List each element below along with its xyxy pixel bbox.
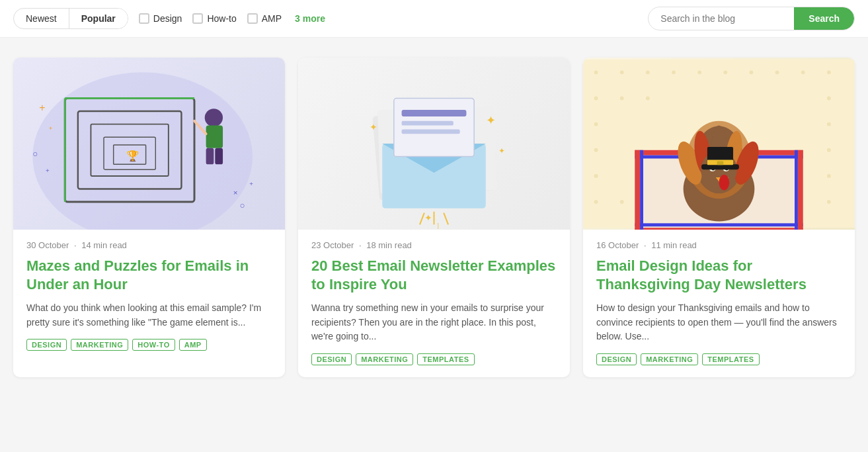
search-input[interactable] bbox=[649, 7, 794, 30]
card-1-tag-amp[interactable]: AMP bbox=[179, 339, 207, 351]
svg-rect-68 bbox=[798, 150, 803, 230]
svg-point-60 bbox=[827, 200, 831, 204]
filter-design[interactable]: Design bbox=[139, 13, 182, 24]
svg-rect-88 bbox=[717, 161, 724, 165]
card-2-tags: DESIGN MARKETING TEMPLATES bbox=[311, 353, 557, 365]
card-1: 🏆 + + ○ + × + ○ 30 October · bbox=[13, 58, 285, 377]
filter-howto-checkbox[interactable] bbox=[192, 13, 203, 24]
svg-rect-10 bbox=[206, 126, 223, 148]
svg-point-48 bbox=[594, 97, 598, 101]
tab-group: Newest Popular bbox=[13, 8, 128, 29]
svg-point-57 bbox=[827, 174, 831, 178]
card-3: 16 October · 11 min read Email Design Id… bbox=[583, 58, 855, 377]
svg-rect-64 bbox=[635, 228, 803, 230]
card-3-tags: DESIGN MARKETING TEMPLATES bbox=[596, 353, 842, 365]
svg-point-47 bbox=[827, 70, 831, 74]
svg-point-56 bbox=[594, 174, 598, 178]
card-1-excerpt: What do you think when looking at this e… bbox=[26, 301, 272, 330]
card-2-dot: · bbox=[359, 240, 362, 250]
svg-rect-86 bbox=[701, 164, 739, 169]
svg-point-40 bbox=[646, 70, 650, 74]
card-2-body: 23 October · 18 min read 20 Best Email N… bbox=[298, 230, 570, 377]
card-2-tag-templates[interactable]: TEMPLATES bbox=[417, 353, 474, 365]
svg-point-43 bbox=[723, 70, 727, 74]
svg-rect-28 bbox=[402, 129, 460, 134]
card-1-title[interactable]: Mazes and Puzzles for Emails in Under an… bbox=[26, 257, 272, 293]
svg-text:✦: ✦ bbox=[370, 122, 377, 132]
card-1-tag-marketing[interactable]: MARKETING bbox=[71, 339, 128, 351]
svg-point-58 bbox=[594, 200, 598, 204]
filter-amp-checkbox[interactable] bbox=[247, 13, 258, 24]
card-2-image: ✦ ✦ ✦ ✦ | bbox=[298, 58, 570, 230]
svg-point-51 bbox=[827, 97, 831, 101]
svg-point-9 bbox=[205, 109, 223, 126]
svg-point-42 bbox=[697, 70, 701, 74]
svg-line-36 bbox=[444, 213, 448, 225]
svg-rect-11 bbox=[206, 148, 214, 164]
svg-point-53 bbox=[827, 122, 831, 126]
card-3-tag-design[interactable]: DESIGN bbox=[596, 353, 637, 365]
svg-rect-67 bbox=[640, 150, 643, 230]
svg-point-80 bbox=[719, 175, 730, 190]
card-2-title[interactable]: 20 Best Email Newsletter Examples to Ins… bbox=[311, 257, 557, 293]
card-3-dot: · bbox=[644, 240, 647, 250]
card-2-excerpt: Wanna try something new in your emails t… bbox=[311, 301, 557, 344]
filter-howto[interactable]: How-to bbox=[192, 13, 236, 24]
svg-text:✦: ✦ bbox=[498, 146, 505, 155]
svg-text:○: ○ bbox=[240, 201, 245, 210]
card-2: ✦ ✦ ✦ ✦ | 23 October · 18 min read 20 Be… bbox=[298, 58, 570, 377]
svg-point-45 bbox=[775, 70, 779, 74]
card-2-meta: 23 October · 18 min read bbox=[311, 240, 557, 250]
filter-amp-label: AMP bbox=[262, 13, 282, 24]
svg-text:✦: ✦ bbox=[424, 213, 432, 223]
card-3-tag-templates[interactable]: TEMPLATES bbox=[702, 353, 759, 365]
svg-point-55 bbox=[827, 148, 831, 152]
more-filters-link[interactable]: 3 more bbox=[295, 13, 325, 24]
card-2-date: 23 October bbox=[311, 240, 354, 250]
svg-point-38 bbox=[594, 70, 598, 74]
card-3-tag-marketing[interactable]: MARKETING bbox=[641, 353, 698, 365]
svg-point-52 bbox=[594, 122, 598, 126]
svg-text:✦: ✦ bbox=[486, 114, 496, 127]
card-3-meta: 16 October · 11 min read bbox=[596, 240, 842, 250]
filter-group: Design How-to AMP 3 more bbox=[139, 13, 637, 24]
search-area: Search bbox=[648, 7, 855, 30]
card-3-readtime: 11 min read bbox=[651, 240, 697, 250]
cards-container: 🏆 + + ○ + × + ○ 30 October · bbox=[0, 38, 868, 397]
card-1-readtime: 14 min read bbox=[81, 240, 127, 250]
svg-point-41 bbox=[672, 70, 676, 74]
svg-point-46 bbox=[801, 70, 805, 74]
card-3-image bbox=[583, 58, 855, 230]
card-1-image: 🏆 + + ○ + × + ○ bbox=[13, 58, 285, 230]
svg-line-35 bbox=[420, 213, 424, 225]
svg-rect-27 bbox=[402, 121, 454, 126]
svg-text:+: + bbox=[249, 180, 253, 187]
card-3-body: 16 October · 11 min read Email Design Id… bbox=[583, 230, 855, 377]
tab-newest[interactable]: Newest bbox=[14, 9, 69, 28]
search-wrapper: Search bbox=[648, 7, 855, 30]
svg-text:+: + bbox=[46, 167, 50, 174]
svg-rect-26 bbox=[402, 110, 467, 116]
svg-rect-65 bbox=[635, 223, 803, 226]
filter-design-label: Design bbox=[153, 13, 182, 24]
tab-popular[interactable]: Popular bbox=[69, 9, 128, 28]
card-1-meta: 30 October · 14 min read bbox=[26, 240, 272, 250]
card-1-body: 30 October · 14 min read Mazes and Puzzl… bbox=[13, 230, 285, 363]
svg-rect-12 bbox=[215, 148, 223, 164]
top-bar: Newest Popular Design How-to AMP 3 more … bbox=[0, 0, 868, 38]
card-1-tag-design[interactable]: DESIGN bbox=[26, 339, 67, 351]
svg-text:×: × bbox=[233, 188, 238, 197]
filter-amp[interactable]: AMP bbox=[247, 13, 282, 24]
card-1-dot: · bbox=[74, 240, 77, 250]
card-2-tag-design[interactable]: DESIGN bbox=[311, 353, 352, 365]
card-3-title[interactable]: Email Design Ideas for Thanksgiving Day … bbox=[596, 257, 842, 293]
svg-text:+: + bbox=[49, 124, 53, 132]
svg-point-54 bbox=[594, 148, 598, 152]
card-2-tag-marketing[interactable]: MARKETING bbox=[356, 353, 413, 365]
svg-point-44 bbox=[749, 70, 753, 74]
card-1-tag-howto[interactable]: HOW-TO bbox=[132, 339, 175, 351]
search-button[interactable]: Search bbox=[794, 7, 854, 30]
svg-text:○: ○ bbox=[32, 149, 38, 159]
filter-design-checkbox[interactable] bbox=[139, 13, 149, 24]
svg-text:+: + bbox=[39, 102, 45, 113]
